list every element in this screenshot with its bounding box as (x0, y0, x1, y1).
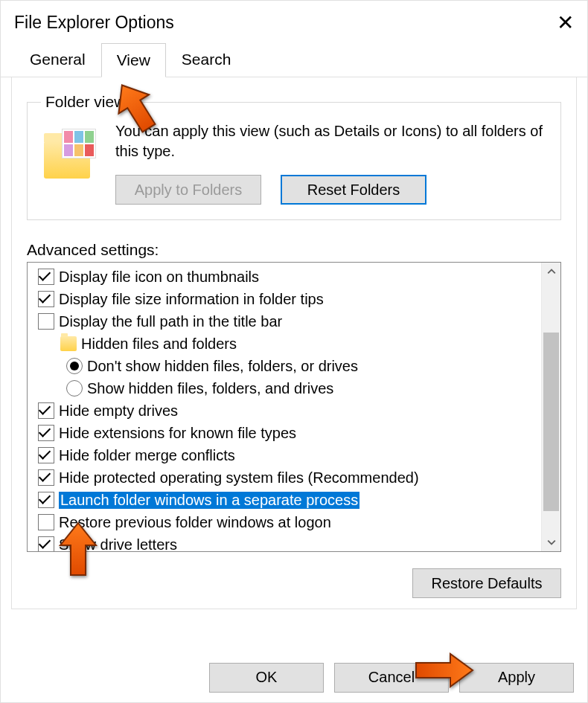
advanced-settings-label: Advanced settings: (27, 241, 561, 259)
tree-row[interactable]: Hide empty drives (28, 399, 541, 422)
tree-row-label: Hide extensions for known file types (59, 425, 296, 442)
folder-views-group: Folder views You can apply this view (su… (27, 93, 561, 220)
tree-row-label: Hide folder merge conflicts (59, 447, 235, 464)
tree-row[interactable]: Launch folder windows in a separate proc… (28, 489, 541, 511)
advanced-settings-tree: Display file icon on thumbnailsDisplay f… (27, 262, 561, 552)
tree-row-label: Launch folder windows in a separate proc… (59, 492, 359, 509)
checkbox[interactable] (38, 313, 54, 330)
tree-row-label: Hidden files and folders (81, 336, 237, 353)
apply-to-folders-button: Apply to Folders (115, 175, 261, 205)
tree-row[interactable]: Hide folder merge conflicts (28, 444, 541, 466)
checkbox[interactable] (38, 291, 54, 307)
tab-search[interactable]: Search (166, 42, 247, 77)
tab-general[interactable]: General (14, 42, 101, 77)
restore-defaults-button[interactable]: Restore Defaults (412, 568, 561, 598)
radio-button[interactable] (66, 358, 83, 374)
tree-row-label: Hide protected operating system files (R… (59, 469, 419, 487)
checkbox[interactable] (38, 469, 54, 486)
tree-row[interactable]: Hidden files and folders (28, 333, 541, 355)
tree-row[interactable]: Hide protected operating system files (R… (28, 466, 541, 489)
folder-views-legend: Folder views (41, 93, 138, 111)
tree-row-label: Display the full path in the title bar (59, 313, 282, 330)
tree-row[interactable]: Display the full path in the title bar (28, 310, 541, 333)
folder-views-icon (41, 126, 100, 182)
scroll-down-icon[interactable] (542, 533, 560, 551)
folder-views-text: You can apply this view (such as Details… (115, 121, 547, 161)
tree-row-label: Display file icon on thumbnails (59, 269, 259, 286)
scroll-up-icon[interactable] (542, 263, 560, 280)
radio-button[interactable] (66, 380, 83, 397)
checkbox[interactable] (38, 447, 54, 463)
tab-view[interactable]: View (101, 43, 166, 77)
tab-panel-view: Folder views You can apply this view (su… (11, 77, 577, 609)
tree-row-label: Show drive letters (59, 536, 177, 552)
window-title: File Explorer Options (14, 13, 174, 33)
ok-button[interactable]: OK (209, 663, 324, 693)
scrollbar[interactable] (541, 263, 560, 551)
tree-row[interactable]: Show drive letters (28, 533, 541, 551)
dialog-button-bar: OK Cancel Apply (1, 652, 587, 702)
checkbox[interactable] (38, 269, 54, 285)
title-bar: File Explorer Options ✕ (1, 1, 587, 42)
checkbox[interactable] (38, 514, 54, 530)
tree-row-label: Restore previous folder windows at logon (59, 514, 331, 531)
tree-row-label: Display file size information in folder … (59, 291, 324, 308)
close-icon[interactable]: ✕ (557, 10, 574, 35)
scroll-thumb[interactable] (543, 333, 559, 511)
tree-row[interactable]: Display file size information in folder … (28, 288, 541, 310)
tree-row[interactable]: Restore previous folder windows at logon (28, 511, 541, 533)
tree-row-label: Don't show hidden files, folders, or dri… (87, 358, 358, 375)
tree-row[interactable]: Show hidden files, folders, and drives (28, 377, 541, 399)
reset-folders-button[interactable]: Reset Folders (281, 175, 426, 205)
checkbox[interactable] (38, 492, 54, 508)
checkbox[interactable] (38, 536, 54, 551)
checkbox[interactable] (38, 402, 54, 419)
tree-row[interactable]: Display file icon on thumbnails (28, 266, 541, 288)
checkbox[interactable] (38, 425, 54, 441)
tree-row[interactable]: Don't show hidden files, folders, or dri… (28, 355, 541, 377)
tree-row-label: Hide empty drives (59, 402, 178, 420)
tree-row-label: Show hidden files, folders, and drives (87, 380, 333, 397)
cancel-button[interactable]: Cancel (334, 663, 449, 693)
folder-icon (60, 336, 77, 352)
tree-row[interactable]: Hide extensions for known file types (28, 422, 541, 444)
tab-strip: General View Search (1, 42, 587, 77)
apply-button[interactable]: Apply (459, 663, 574, 693)
